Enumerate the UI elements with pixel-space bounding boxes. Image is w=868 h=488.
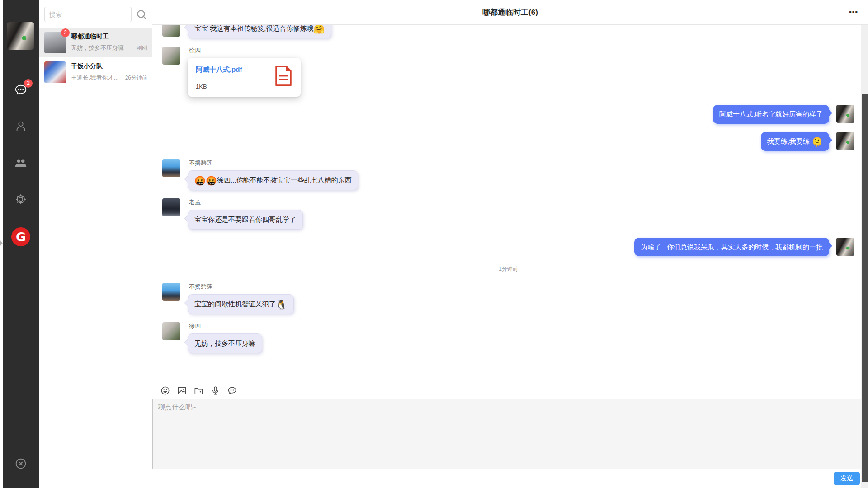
message-text: 无妨，技多不压身嘛 <box>194 339 255 347</box>
avatar[interactable] <box>162 198 180 216</box>
message-text: 宝宝的间歇性机智证又犯了 <box>194 300 276 308</box>
message-bubble: 为啥子...你们总说我呆瓜，其实大多的时候，我都机制的一批 <box>634 238 829 257</box>
message-body: 为啥子...你们总说我呆瓜，其实大多的时候，我都机制的一批 <box>634 238 829 257</box>
group-avatar: 2 <box>44 32 66 53</box>
message-row: 徐四无妨，技多不压身嘛 <box>162 322 854 353</box>
search-button[interactable] <box>136 9 147 20</box>
chat-header: 哪都通临时工(6) ••• <box>152 0 868 25</box>
conversation-item-nadutong[interactable]: 2 哪都通临时工 无妨，技多不压身嘛 刚刚 <box>39 28 152 57</box>
conversation-list: 2 哪都通临时工 无妨，技多不压身嘛 刚刚 干饭小分队 王道长,我看你才... … <box>39 0 152 488</box>
search-bar <box>39 0 152 28</box>
image-icon <box>177 385 187 396</box>
message-bubble: 我要练,我要练 🫠 <box>761 132 829 151</box>
microphone-icon <box>210 385 221 396</box>
voice-message-button[interactable] <box>210 385 221 396</box>
sender-name: 徐四 <box>189 322 262 330</box>
chat-history-icon <box>227 385 237 396</box>
smiley-icon <box>160 385 170 396</box>
conversation-title: 干饭小分队 <box>71 62 147 70</box>
message-bubble: 宝宝 我这有本祖传秘笈,很适合你修炼哦🤗 <box>188 25 331 38</box>
emoji: 🤗 <box>313 25 325 34</box>
message-body: 我要练,我要练 🫠 <box>761 132 829 151</box>
message-text: 我要练,我要练 <box>767 137 811 145</box>
message-row: 老孟宝宝你还是不要跟着你四哥乱学了 <box>162 198 854 230</box>
sender-name: 徐四 <box>189 47 301 55</box>
gear-icon <box>14 192 28 206</box>
sender-name: 不摇碧莲 <box>189 283 294 291</box>
message-bubble: 宝宝的间歇性机智证又犯了🐧 <box>188 294 294 314</box>
sender-name: 老孟 <box>189 198 303 206</box>
scrollbar-track[interactable] <box>861 25 868 488</box>
conversation-info: 哪都通临时工 无妨，技多不压身嘛 刚刚 <box>71 33 147 52</box>
circled-x-icon <box>14 457 28 470</box>
message-text: 宝宝 我这有本祖传秘笈,很适合你修炼哦 <box>194 25 313 32</box>
message-row: 我要练,我要练 🫠 <box>162 132 854 151</box>
person-icon <box>14 119 28 133</box>
avatar[interactable] <box>836 132 854 150</box>
avatar[interactable] <box>162 322 180 340</box>
group-avatar <box>44 61 66 83</box>
sidebar-item-contacts[interactable] <box>14 119 28 133</box>
avatar[interactable] <box>836 105 854 123</box>
emoji: 🤬 <box>206 176 217 186</box>
chat-history-button[interactable] <box>227 385 237 396</box>
message-list: 宝宝 我这有本祖传秘笈,很适合你修炼哦🤗徐四阿威十八式.pdf1KB阿威十八式,… <box>152 25 868 382</box>
chat-title: 哪都通临时工(6) <box>482 7 538 18</box>
avatar[interactable] <box>162 159 180 177</box>
folder-icon <box>193 385 204 396</box>
conversation-preview: 王道长,我看你才... <box>71 74 123 82</box>
message-text: 徐四...你能不能不教宝宝一些乱七八糟的东西 <box>217 176 352 184</box>
emoji-picker-button[interactable] <box>160 385 170 396</box>
sidebar-item-settings[interactable] <box>14 192 28 206</box>
chat-app-window: 2 G <box>0 0 868 488</box>
search-input[interactable] <box>44 7 132 22</box>
pdf-file-icon <box>274 66 292 90</box>
group-icon <box>14 156 28 169</box>
avatar[interactable] <box>162 283 180 301</box>
app-logo[interactable]: G <box>11 227 30 246</box>
file-attachment[interactable]: 阿威十八式.pdf1KB <box>188 58 301 97</box>
sidebar-item-chats[interactable]: 2 <box>14 83 28 97</box>
emoji: 🫠 <box>811 137 823 147</box>
close-button[interactable] <box>14 457 28 470</box>
chat-pane: 哪都通临时工(6) ••• 宝宝 我这有本祖传秘笈,很适合你修炼哦🤗徐四阿威十八… <box>152 0 868 488</box>
time-divider: 1分钟前 <box>162 265 854 273</box>
send-file-button[interactable] <box>193 385 204 396</box>
unread-badge: 2 <box>61 28 70 37</box>
send-button[interactable]: 发送 <box>834 472 860 485</box>
message-text: 阿威十八式,听名字就好厉害的样子 <box>719 110 823 118</box>
sidebar-item-groups[interactable] <box>14 156 28 169</box>
unread-badge: 2 <box>24 79 33 88</box>
message-row: 为啥子...你们总说我呆瓜，其实大多的时候，我都机制的一批 <box>162 238 854 257</box>
emoji: 🤬 <box>194 176 206 186</box>
avatar[interactable] <box>162 47 180 65</box>
user-avatar[interactable] <box>7 22 34 50</box>
message-body: 不摇碧莲宝宝的间歇性机智证又犯了🐧 <box>188 283 294 314</box>
send-image-button[interactable] <box>177 385 187 396</box>
message-body: 徐四无妨，技多不压身嘛 <box>188 322 262 353</box>
pdf-file-icon <box>274 66 292 86</box>
message-body: 老孟宝宝你还是不要跟着你四哥乱学了 <box>188 198 303 230</box>
nav-sidebar: 2 G <box>3 0 39 488</box>
message-input[interactable] <box>152 399 868 469</box>
composer-toolbar <box>152 382 868 399</box>
avatar[interactable] <box>836 238 854 256</box>
file-name: 阿威十八式.pdf <box>196 66 242 74</box>
search-icon <box>136 9 147 20</box>
more-menu-icon[interactable]: ••• <box>849 8 858 16</box>
emoji: 🐧 <box>276 300 287 310</box>
message-bubble: 无妨，技多不压身嘛 <box>188 333 262 353</box>
file-size: 1KB <box>196 83 242 90</box>
conversation-item-ganfan[interactable]: 干饭小分队 王道长,我看你才... 26分钟前 <box>39 57 152 87</box>
sender-name: 不摇碧莲 <box>189 159 358 167</box>
message-row: 不摇碧莲宝宝的间歇性机智证又犯了🐧 <box>162 283 854 314</box>
conversation-time: 刚刚 <box>137 44 147 52</box>
avatar[interactable] <box>162 25 180 37</box>
composer-footer: 发送 <box>152 469 868 488</box>
message-text: 宝宝你还是不要跟着你四哥乱学了 <box>194 216 296 223</box>
scrollbar-thumb[interactable] <box>862 94 868 482</box>
message-body: 阿威十八式,听名字就好厉害的样子 <box>713 105 829 124</box>
message-body: 不摇碧莲🤬🤬徐四...你能不能不教宝宝一些乱七八糟的东西 <box>188 159 358 190</box>
message-row: 徐四阿威十八式.pdf1KB <box>162 47 854 97</box>
conversation-time: 26分钟前 <box>125 74 147 82</box>
